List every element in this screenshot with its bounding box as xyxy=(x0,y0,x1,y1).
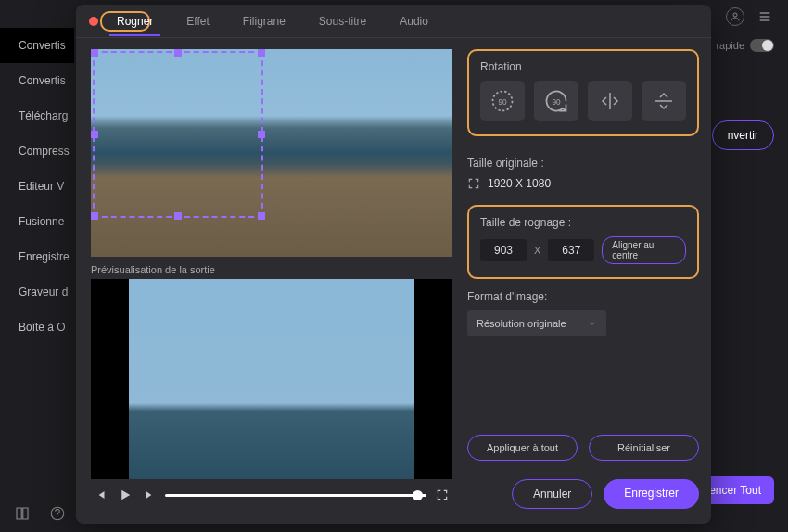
top-right-icons xyxy=(726,7,774,26)
sidebar-item[interactable]: Fusionne xyxy=(0,204,74,239)
svg-text:90: 90 xyxy=(498,98,507,107)
next-frame-icon[interactable] xyxy=(143,488,156,501)
crop-handle[interactable] xyxy=(258,212,265,220)
sidebar-item-label: Compress xyxy=(19,145,70,158)
sidebar-item[interactable]: Boîte à O xyxy=(0,310,74,345)
expand-icon xyxy=(467,177,480,190)
svg-point-0 xyxy=(733,13,737,17)
sidebar: Convertis Convertis Télécharg Compress E… xyxy=(0,28,74,510)
rotation-panel: Rotation 90 90 xyxy=(467,49,699,136)
book-icon[interactable] xyxy=(14,505,31,522)
prev-frame-icon[interactable] xyxy=(95,488,108,501)
preview-video xyxy=(129,279,414,479)
tabs: Rogner Effet Filigrane Sous-titre Audio xyxy=(113,7,432,35)
sidebar-item-label: Télécharg xyxy=(19,109,68,122)
sidebar-item-label: Convertis xyxy=(19,74,66,87)
menu-icon[interactable] xyxy=(756,7,774,26)
crop-handle[interactable] xyxy=(258,49,265,57)
preview-label: Prévisualisation de la sortie xyxy=(91,264,452,275)
format-label: Format d'image: xyxy=(467,290,699,303)
sidebar-item[interactable]: Graveur d xyxy=(0,274,74,310)
play-icon[interactable] xyxy=(117,487,133,503)
flip-horizontal-button[interactable] xyxy=(588,81,632,121)
crop-modal: Rogner Effet Filigrane Sous-titre Audio xyxy=(76,5,711,524)
crop-handle[interactable] xyxy=(258,131,265,138)
rotate-ccw-button[interactable]: 90 xyxy=(480,81,525,121)
original-size-panel: Taille originale : 1920 X 1080 xyxy=(467,157,699,190)
tab-effet[interactable]: Effet xyxy=(183,7,212,35)
crop-handle[interactable] xyxy=(174,49,182,57)
sidebar-item[interactable]: Convertis xyxy=(0,63,74,98)
svg-text:90: 90 xyxy=(552,98,561,107)
tab-soustitre[interactable]: Sous-titre xyxy=(315,7,370,35)
cancel-button[interactable]: Annuler xyxy=(512,479,592,509)
crop-size-label: Taille de rognage : xyxy=(480,216,686,229)
timeline[interactable] xyxy=(165,494,426,497)
sidebar-item-label: Convertis xyxy=(19,39,66,52)
center-align-button[interactable]: Aligner au centre xyxy=(602,236,686,264)
sidebar-item-label: Graveur d xyxy=(19,285,68,298)
flip-vertical-button[interactable] xyxy=(642,81,686,121)
sidebar-item[interactable]: Compress xyxy=(0,133,74,169)
rapide-toggle-row: rapide xyxy=(716,39,774,52)
sidebar-item[interactable]: Editeur V xyxy=(0,169,74,204)
crop-handle[interactable] xyxy=(174,212,182,220)
reset-button[interactable]: Réinitialiser xyxy=(589,435,699,461)
x-separator: X xyxy=(534,245,540,256)
original-size-label: Taille originale : xyxy=(467,157,699,170)
crop-handle[interactable] xyxy=(91,212,98,220)
playhead[interactable] xyxy=(413,490,423,500)
save-button[interactable]: Enregistrer xyxy=(604,479,699,509)
help-icon[interactable] xyxy=(49,505,66,522)
rapide-toggle[interactable] xyxy=(750,39,774,52)
convert-button[interactable]: nvertir xyxy=(712,120,774,150)
rotation-title: Rotation xyxy=(480,60,686,73)
tab-rogner[interactable]: Rogner xyxy=(113,7,157,35)
crop-width-input[interactable] xyxy=(480,239,527,261)
format-select[interactable]: Résolution originale xyxy=(467,310,606,336)
tab-filigrane[interactable]: Filigrane xyxy=(239,7,289,35)
format-selected: Résolution originale xyxy=(477,318,566,329)
sidebar-item[interactable]: Télécharg xyxy=(0,98,74,133)
crop-size-panel: Taille de rognage : X Aligner au centre xyxy=(467,205,699,279)
format-panel: Format d'image: Résolution originale xyxy=(467,290,699,336)
rotate-cw-button[interactable]: 90 xyxy=(534,81,578,121)
chevron-down-icon xyxy=(588,319,597,328)
fullscreen-icon[interactable] xyxy=(436,488,449,501)
sidebar-item[interactable]: Enregistre xyxy=(0,239,74,274)
crop-handle[interactable] xyxy=(91,49,98,57)
sidebar-item-label: Fusionne xyxy=(19,215,64,228)
sidebar-item[interactable]: Convertis xyxy=(0,28,74,63)
crop-handle[interactable] xyxy=(91,131,98,138)
tab-audio[interactable]: Audio xyxy=(396,7,432,35)
preview-pane xyxy=(91,279,452,479)
close-traffic-light[interactable] xyxy=(89,17,98,26)
crop-selection[interactable] xyxy=(93,51,263,218)
apply-all-button[interactable]: Appliquer à tout xyxy=(467,435,578,461)
sidebar-item-label: Enregistre xyxy=(19,250,70,263)
sidebar-item-label: Editeur V xyxy=(19,180,64,193)
playback-bar xyxy=(91,479,452,511)
crop-height-input[interactable] xyxy=(548,239,594,261)
original-size-value: 1920 X 1080 xyxy=(488,177,551,190)
crop-canvas[interactable] xyxy=(91,49,452,257)
rapide-label: rapide xyxy=(716,40,744,51)
sidebar-item-label: Boîte à O xyxy=(19,321,66,334)
user-icon[interactable] xyxy=(726,7,744,26)
modal-header: Rogner Effet Filigrane Sous-titre Audio xyxy=(76,5,711,38)
